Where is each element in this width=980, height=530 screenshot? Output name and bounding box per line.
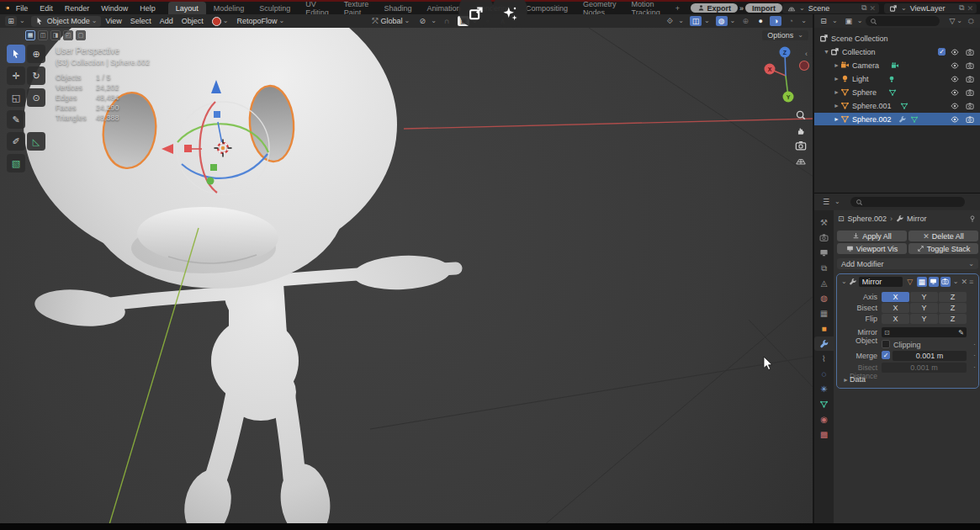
outliner-row-sphere[interactable]: ► Sphere [814, 86, 980, 98]
outliner-settings-icon[interactable]: ⛭ [965, 16, 977, 26]
pin-icon[interactable] [968, 215, 977, 223]
perspective-toggle-icon[interactable] [795, 155, 807, 167]
render-toggle[interactable] [940, 277, 951, 287]
retopoflow-icon-button[interactable]: ⌄ [208, 17, 233, 26]
menu-window[interactable]: Window [95, 4, 134, 13]
expand-icon[interactable]: ▼ [823, 49, 830, 55]
mode-icon-1[interactable]: ▦ [25, 30, 35, 40]
mirror-object-field[interactable]: ⊡ ✎ [882, 327, 967, 337]
axis-x-button[interactable]: X [882, 292, 909, 302]
tab-output[interactable] [814, 246, 834, 260]
menu-select[interactable]: Select [126, 17, 156, 25]
gizmo-y-handle[interactable] [210, 164, 217, 171]
drag-handle-icon[interactable]: ≡ [969, 278, 973, 286]
mode-selector[interactable]: Object Mode⌄ [31, 16, 102, 27]
breadcrumb-object[interactable]: Sphere.002 [848, 215, 887, 223]
outliner-display-mode[interactable]: ⊟⌄ [814, 16, 840, 26]
hide-eye-icon[interactable] [951, 115, 959, 124]
outliner-search-input[interactable] [866, 16, 940, 26]
tab-texture[interactable]: ▩ [814, 427, 834, 442]
new-scene-icon[interactable]: ⧉ [861, 3, 866, 13]
tool-scale[interactable]: ◱ [7, 88, 25, 107]
menu-retopoflow[interactable]: RetopoFlow⌄ [233, 17, 289, 25]
outliner-row-collection[interactable]: ▼ Collection ✓ [814, 45, 980, 58]
outliner-filter-button[interactable]: ▽⌄ [947, 17, 964, 25]
render-visibility-icon[interactable] [966, 61, 974, 70]
outliner-row-scene-collection[interactable]: Scene Collection [814, 32, 980, 45]
merge-threshold-field[interactable]: 0.001 m [893, 351, 967, 361]
bisect-x-button[interactable]: X [882, 303, 909, 313]
outliner-row-sphere-002-selected[interactable]: ► Sphere.002 [814, 113, 980, 125]
gizmo-x-handle[interactable] [184, 145, 192, 152]
tab-physics[interactable]: ◌ [814, 367, 834, 381]
tool-angle-green[interactable]: ◺ [27, 132, 45, 151]
shading-material-button[interactable]: ◑ [770, 16, 781, 26]
unlink-scene-icon[interactable]: ✕ [869, 4, 876, 13]
flip-x-button[interactable]: X [882, 314, 909, 324]
collapse-modifier-icon[interactable]: ⌄ [841, 278, 847, 285]
outliner-row-light[interactable]: ► Light [814, 72, 980, 85]
flip-z-button[interactable]: Z [939, 314, 967, 324]
outliner-row-camera[interactable]: ► Camera [814, 59, 980, 72]
realtime-toggle[interactable] [929, 277, 939, 287]
tool-annotate[interactable]: ✎ [7, 110, 25, 129]
menu-object[interactable]: Object [177, 17, 208, 25]
clipping-checkbox[interactable] [882, 340, 890, 348]
tool-rotate[interactable]: ↻ [27, 66, 45, 85]
render-visibility-icon[interactable] [966, 75, 974, 83]
menu-render[interactable]: Render [59, 4, 96, 13]
apply-all-button[interactable]: Apply All [837, 231, 907, 241]
toggle-stack-button[interactable]: Toggle Stack [908, 243, 978, 254]
bisect-z-button[interactable]: Z [939, 303, 967, 313]
gizmos-dropdown[interactable]: ⟐⌄ [661, 16, 686, 26]
menu-help[interactable]: Help [134, 4, 162, 13]
tab-render[interactable] [814, 231, 834, 245]
tab-geometry-nodes[interactable]: Geometry Nodes [575, 2, 624, 14]
expand-icon[interactable]: ► [833, 62, 840, 68]
menu-file[interactable]: File [10, 4, 34, 13]
tab-shading[interactable]: Shading [376, 2, 419, 14]
collapse-panel-icon[interactable]: ‹ [805, 50, 808, 58]
new-view-layer-icon[interactable]: ⧉ [959, 3, 964, 13]
hide-eye-icon[interactable] [951, 61, 959, 70]
nav-axis-x-neg[interactable] [800, 61, 809, 71]
render-visibility-icon[interactable] [966, 88, 974, 97]
add-workspace-button[interactable]: + [668, 2, 687, 14]
outliner-filter-collection[interactable]: ▣⌄ [840, 16, 865, 26]
shading-solid-button[interactable]: ● [755, 16, 766, 26]
tool-transform[interactable]: ⊙ [27, 88, 45, 107]
hide-eye-icon[interactable] [951, 102, 959, 110]
remove-modifier-icon[interactable]: ✕ [961, 278, 967, 286]
data-section-header[interactable]: ► Data [842, 375, 866, 384]
tool-move[interactable]: ✛ [7, 66, 25, 85]
axis-z-button[interactable]: Z [939, 292, 967, 302]
expand-icon[interactable]: ► [833, 103, 840, 109]
gizmo-y-dot[interactable] [207, 178, 215, 185]
shading-rendered-button[interactable]: ◔ [785, 16, 797, 26]
tool-add-cube[interactable]: ▧ [7, 154, 25, 172]
tab-scene[interactable]: ◬ [814, 276, 834, 290]
xray-toggle[interactable]: ◍⌄ [713, 16, 738, 26]
oncage-toggle[interactable]: ▽ [905, 277, 915, 287]
shading-dropdown[interactable]: ⌄ [801, 18, 807, 24]
collection-checkbox[interactable]: ✓ [938, 48, 946, 56]
render-visibility-icon[interactable] [966, 115, 974, 124]
tool-measure[interactable]: ✐ [7, 132, 25, 151]
options-button[interactable]: Options⌄ [762, 30, 808, 40]
bisect-y-button[interactable]: Y [910, 303, 938, 313]
outliner-row-sphere-001[interactable]: ► Sphere.001 [814, 99, 980, 112]
snap-toggle[interactable]: ∩ [441, 16, 453, 26]
gizmo-z-handle[interactable] [214, 111, 220, 118]
properties-search-input[interactable] [850, 197, 965, 207]
mode-icon-2[interactable]: ◫ [38, 30, 48, 40]
hide-eye-icon[interactable] [951, 88, 959, 97]
delete-all-button[interactable]: ✕Delete All [908, 231, 978, 241]
mode-icon-5[interactable]: ▢ [76, 30, 86, 40]
render-visibility-icon[interactable] [966, 102, 974, 110]
viewport-vis-button[interactable]: Viewport Vis [837, 243, 907, 254]
tab-motion-tracking[interactable]: Motion Tracking [624, 2, 668, 14]
tab-modifiers[interactable] [814, 337, 834, 351]
viewport-3d[interactable]: X Z Y ▦ ◫ ◨ ◰ ▢ ⊕ ✛ ↻ ◱ ⊙ ✎ ✐ ◺ ▧ [0, 28, 813, 523]
import-button[interactable]: Import [745, 3, 782, 13]
tool-cursor[interactable]: ⊕ [27, 45, 45, 63]
